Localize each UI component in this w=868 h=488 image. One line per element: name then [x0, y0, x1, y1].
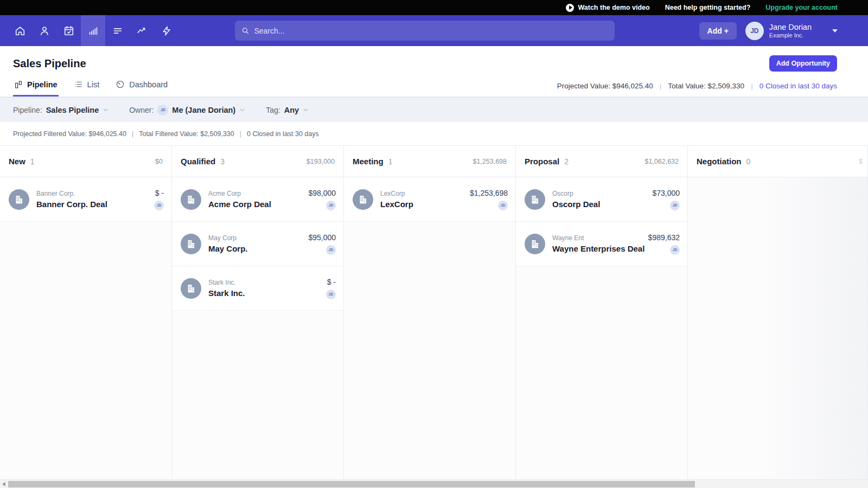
pipeline-column-new: New 1 $0 Banner Corp. Banner Corp. Deal	[0, 146, 172, 479]
card-side-block: $1,253,698 JD	[470, 189, 508, 210]
tabs-row: Pipeline List Dashboard Projected Value:…	[0, 75, 868, 97]
total-filtered-value: Total Filtered Value: $2,509,330	[139, 130, 234, 138]
closed-30-days-link[interactable]: 0 Closed in last 30 days	[760, 82, 837, 90]
tab-pipeline-label: Pipeline	[27, 80, 58, 89]
opportunity-card[interactable]: Banner Corp. Banner Corp. Deal $ - JD	[0, 177, 171, 222]
card-side-block: $989,632 JD	[648, 233, 680, 255]
column-total: $0	[155, 158, 163, 165]
chevron-down-icon	[239, 107, 245, 113]
pipeline-filter-dropdown[interactable]: Pipeline: Sales Pipeline	[13, 106, 108, 114]
top-help-bar: Watch the demo video Need help getting s…	[0, 0, 868, 15]
company-building-icon	[181, 234, 201, 254]
card-owner-badge: JD	[670, 201, 680, 210]
stat-divider: |	[660, 82, 662, 90]
card-deal-value: $ -	[155, 189, 164, 197]
card-deal-value: $98,000	[308, 189, 336, 197]
stat-divider: |	[751, 82, 753, 90]
list-icon	[74, 80, 83, 89]
opportunity-card[interactable]: Oscorp Oscorp Deal $73,000 JD	[516, 177, 687, 222]
tab-list[interactable]: List	[73, 75, 101, 97]
nav-calendar-icon[interactable]	[56, 15, 81, 46]
page-header: Sales Pipeline Add Opportunity	[0, 46, 868, 72]
total-value: Total Value: $2,509,330	[668, 82, 744, 90]
pipeline-column-meeting: Meeting 1 $1,253,698 LexCorp LexCorp	[344, 146, 516, 479]
card-deal-title: LexCorp	[380, 200, 413, 209]
user-company: Example Inc.	[769, 32, 812, 39]
card-company-name: LexCorp	[380, 190, 413, 197]
nav-home-icon[interactable]	[8, 15, 32, 46]
company-building-icon	[525, 234, 545, 254]
tag-filter-dropdown[interactable]: Tag: Any	[266, 106, 309, 114]
card-deal-value: $95,000	[308, 233, 336, 242]
pipeline-column-qualified: Qualified 3 $193,000 Acme Corp Acme Corp…	[172, 146, 344, 479]
projected-filtered-value: Projected Filtered Value: $946,025.40	[13, 130, 126, 138]
need-help-link[interactable]: Need help getting started?	[665, 4, 751, 11]
opportunity-card[interactable]: May Corp May Corp. $95,000 JD	[172, 222, 343, 266]
card-company-name: May Corp	[208, 234, 248, 242]
column-name: Qualified	[181, 157, 215, 166]
card-owner-badge: JD	[326, 290, 336, 299]
column-header: Proposal 2 $1,062,632	[516, 146, 687, 177]
add-button[interactable]: Add +	[699, 22, 737, 40]
card-deal-title: Oscorp Deal	[552, 200, 600, 209]
nav-reports-icon[interactable]	[130, 15, 154, 46]
user-menu-caret-icon[interactable]	[832, 29, 838, 33]
add-opportunity-button[interactable]: Add Opportunity	[769, 55, 837, 72]
card-text-block: May Corp May Corp.	[208, 234, 248, 253]
summary-divider: |	[240, 130, 241, 138]
column-header: Meeting 1 $1,253,698	[344, 146, 515, 177]
nav-icon-group	[8, 15, 178, 46]
card-company-name: Acme Corp	[208, 190, 271, 197]
nav-lists-icon[interactable]	[105, 15, 130, 46]
nav-contacts-icon[interactable]	[32, 15, 56, 46]
card-text-block: Wayne Ent Wayne Enterprises Deal	[552, 234, 644, 253]
main-navbar: Add + JD Jane Dorian Example Inc.	[0, 15, 868, 46]
opportunity-card[interactable]: LexCorp LexCorp $1,253,698 JD	[344, 177, 515, 222]
search-icon	[241, 27, 249, 35]
kanban-icon	[14, 80, 23, 89]
card-deal-title: Wayne Enterprises Deal	[552, 244, 644, 253]
closed-filtered-value: 0 Closed in last 30 days	[247, 130, 319, 138]
tab-list-label: List	[87, 80, 100, 89]
nav-right-group: Add + JD Jane Dorian Example Inc.	[699, 22, 860, 40]
watch-demo-link[interactable]: Watch the demo video	[566, 4, 649, 12]
page-title: Sales Pipeline	[13, 57, 86, 70]
view-tabs: Pipeline List Dashboard	[13, 75, 169, 97]
card-owner-badge: JD	[154, 201, 164, 210]
need-help-label: Need help getting started?	[665, 4, 751, 11]
tag-filter-value: Any	[284, 106, 299, 114]
user-meta: Jane Dorian Example Inc.	[769, 23, 812, 38]
owner-filter-dropdown[interactable]: Owner: JD Me (Jane Dorian)	[129, 105, 245, 115]
column-body: Acme Corp Acme Corp Deal $98,000 JD May …	[172, 177, 343, 479]
card-company-name: Wayne Ent	[552, 234, 644, 242]
company-building-icon	[9, 189, 29, 210]
card-side-block: $95,000 JD	[308, 233, 336, 255]
opportunity-card[interactable]: Stark Inc. Stark Inc. $ - JD	[172, 266, 343, 311]
column-body: LexCorp LexCorp $1,253,698 JD	[344, 177, 515, 479]
watch-demo-label: Watch the demo video	[578, 4, 649, 11]
search-input[interactable]	[254, 27, 608, 35]
card-deal-value: $989,632	[648, 233, 680, 242]
upgrade-account-link[interactable]: Upgrade your account	[765, 4, 838, 11]
card-owner-badge: JD	[498, 201, 508, 210]
tab-dashboard[interactable]: Dashboard	[114, 75, 169, 97]
column-count: 2	[564, 157, 569, 166]
user-menu[interactable]: JD Jane Dorian Example Inc.	[745, 22, 812, 40]
card-owner-badge: JD	[326, 245, 336, 255]
nav-automation-icon[interactable]	[154, 15, 178, 46]
card-side-block: $ - JD	[154, 189, 164, 210]
card-company-name: Banner Corp.	[36, 190, 107, 197]
opportunity-card[interactable]: Acme Corp Acme Corp Deal $98,000 JD	[172, 177, 343, 222]
card-deal-title: Banner Corp. Deal	[36, 200, 107, 209]
column-total: $1,253,698	[473, 158, 507, 165]
nav-pipeline-icon[interactable]	[81, 15, 105, 46]
card-owner-badge: JD	[326, 201, 336, 210]
scroll-left-arrow[interactable]	[2, 482, 5, 486]
horizontal-scrollbar	[0, 479, 868, 488]
company-building-icon	[353, 189, 373, 210]
opportunity-card[interactable]: Wayne Ent Wayne Enterprises Deal $989,63…	[516, 222, 687, 266]
scrollbar-thumb[interactable]	[8, 481, 695, 487]
tab-pipeline[interactable]: Pipeline	[13, 75, 59, 97]
pipeline-column-proposal: Proposal 2 $1,062,632 Oscorp Oscorp Deal	[516, 146, 688, 479]
column-total: $1,062,632	[644, 158, 679, 165]
